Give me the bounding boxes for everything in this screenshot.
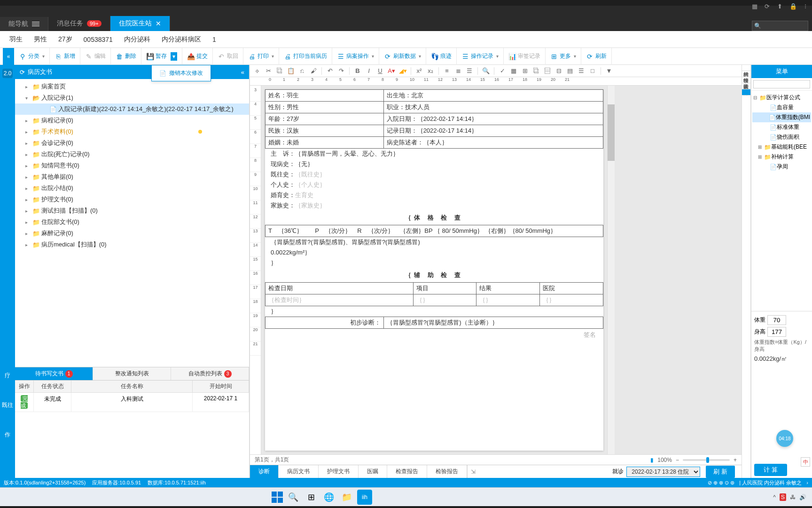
struct-tab-formula[interactable]: 计算公式 — [742, 89, 750, 95]
task-view-icon[interactable]: ⊞ — [304, 490, 319, 505]
tree-node[interactable]: ▸📁手术资料(0) — [15, 126, 249, 137]
zoom-slider[interactable] — [683, 459, 730, 461]
print-current-button[interactable]: 🖨打印当前病历 — [279, 48, 332, 65]
strip-item-3[interactable]: 作 — [4, 429, 11, 440]
brush-icon[interactable]: 🖌 — [309, 67, 318, 75]
tree-node[interactable]: ▸📁测试扫描【扫描】(0) — [15, 205, 249, 216]
underline-icon[interactable]: U — [376, 67, 384, 75]
toggle-icon[interactable]: ▸ — [25, 186, 31, 191]
table-icon[interactable]: ▦ — [509, 67, 518, 75]
app-icon[interactable]: iih — [357, 490, 372, 505]
explorer-icon[interactable]: 📁 — [339, 490, 354, 505]
subscript-icon[interactable]: x₂ — [426, 67, 435, 75]
edit-button[interactable]: ✎编辑 — [80, 48, 111, 65]
tab-doctor-station[interactable]: 住院医生站 ✕ — [110, 16, 170, 31]
tree-icon[interactable]: ⊟ — [554, 67, 563, 75]
visit-select[interactable]: 2022-02-17 13:28 住院 — [626, 467, 700, 477]
search-icon[interactable]: 🔍 — [286, 490, 301, 505]
tree-node[interactable]: ▸📁知情同意书(0) — [15, 160, 249, 171]
edge-icon[interactable]: 🌐 — [321, 490, 336, 505]
strip-item-1[interactable]: 疗 — [4, 370, 11, 381]
doctab-nursing[interactable]: 护理文书 — [319, 465, 359, 478]
view-mode-icon[interactable]: ▮ — [650, 457, 654, 463]
struct-tab-template[interactable]: 段落模板库 — [742, 83, 750, 89]
split-icon[interactable]: ⿳ — [543, 67, 552, 75]
weight-input[interactable] — [767, 315, 786, 325]
refresh-icon[interactable]: ⟳ — [20, 69, 25, 76]
tree-node[interactable]: ▸📁会诊记录(0) — [15, 137, 249, 149]
nav-button[interactable]: 能导航 — [0, 17, 48, 31]
struct-tab-chars[interactable]: 特殊字符 — [742, 71, 750, 77]
more-button[interactable]: ⊞更多▾ — [546, 48, 581, 65]
system-tray-top[interactable]: ▦ ⟳ ⬆ 🔒 ⁝ — [752, 3, 809, 10]
align-center-icon[interactable]: ≣ — [454, 67, 462, 75]
top-search[interactable]: 🔍 — [752, 21, 808, 31]
doctab-exam-report[interactable]: 检查报告 — [387, 465, 427, 478]
chevron-right-icon[interactable]: › — [806, 480, 808, 485]
bold-icon[interactable]: B — [353, 67, 362, 75]
insert-row-icon[interactable]: ⊞ — [521, 67, 529, 75]
menu-node[interactable]: ⊞📁补钠计算 — [752, 152, 811, 162]
menu-search-input[interactable] — [753, 80, 810, 88]
toggle-icon[interactable]: ▸ — [25, 152, 31, 157]
doctab-test-report[interactable]: 检验报告 — [427, 465, 467, 478]
eyedropper-icon[interactable]: ⟡ — [253, 67, 261, 75]
system-tray[interactable]: ^ S 🖧 🔊 — [773, 493, 806, 501]
tray-network-icon[interactable]: 🖧 — [790, 494, 796, 500]
footer-icons[interactable]: ⊘ ⊕ ⊗ ⊙ ⊛ — [708, 480, 734, 486]
visit-refresh-button[interactable]: 刷 新 — [706, 466, 735, 478]
zoom-in-button[interactable]: + — [734, 457, 737, 463]
tree-node[interactable]: ▸📁病程记录(0) — [15, 115, 249, 126]
delete-button[interactable]: 🗑删除 — [111, 48, 141, 65]
vertical-scrollbar[interactable] — [607, 86, 615, 454]
record-op-button[interactable]: ☰病案操作▾ — [332, 48, 379, 65]
doctab-records[interactable]: 病历文书 — [279, 465, 319, 478]
signlog-button[interactable]: 📊审签记录 — [504, 48, 546, 65]
menu-node[interactable]: 📄血容量 — [752, 103, 811, 112]
oplog-button[interactable]: ☰操作记录▾ — [457, 48, 504, 65]
print-button[interactable]: 🖨打印▾ — [243, 48, 279, 65]
struct-tab-tree[interactable]: 结构树 — [742, 65, 750, 71]
add-button[interactable]: ⎘新增 — [50, 48, 80, 65]
tree-node[interactable]: 📄入院记录(新建)(22-02-17 14:14_余敏之)(22-02-17 1… — [15, 103, 249, 115]
align-left-icon[interactable]: ≡ — [443, 67, 451, 75]
tab-messages[interactable]: 消息任务 99+ — [48, 16, 110, 31]
close-icon[interactable]: ✕ — [156, 20, 161, 27]
zoom-icon[interactable]: 🔍 — [482, 67, 490, 75]
toggle-icon[interactable]: ▸ — [25, 197, 31, 202]
tree-node[interactable]: ▸📁住院部文书(0) — [15, 216, 249, 228]
toggle-icon[interactable]: ▸ — [25, 84, 31, 89]
tree-node[interactable]: ▸📁病案首页 — [15, 81, 249, 92]
table-row[interactable]: 完成 未完成 入科测试 2022-02-17 1 — [15, 393, 249, 412]
toggle-icon[interactable]: ▸ — [25, 175, 31, 180]
menu-root[interactable]: ⊟📁医学计算公式 — [752, 93, 811, 103]
paste-icon[interactable]: 📋 — [287, 67, 295, 75]
redo-icon[interactable]: ↷ — [337, 67, 345, 75]
toggle-icon[interactable]: ⊞ — [758, 144, 763, 150]
document-page[interactable]: 姓名：羽生出生地：北京 性别：男性职业：技术人员 年龄：27岁入院日期：｛202… — [265, 89, 603, 451]
align-right-icon[interactable]: ☰ — [465, 67, 474, 75]
toggle-icon[interactable]: ▸ — [25, 208, 31, 214]
toggle-icon[interactable]: ▸ — [25, 129, 31, 135]
merge-icon[interactable]: ⿻ — [532, 67, 540, 75]
tab-rectify-list[interactable]: 整改通知列表 — [93, 367, 171, 380]
lang-indicator[interactable]: 中 — [801, 457, 810, 467]
tray-up-icon[interactable]: ^ — [773, 494, 776, 500]
toggle-icon[interactable]: ▸ — [25, 118, 31, 123]
classify-button[interactable]: ⚲分类▾ — [14, 48, 50, 65]
doctab-orders[interactable]: 医嘱 — [359, 465, 387, 478]
toggle-icon[interactable]: ▸ — [25, 163, 31, 168]
toggle-icon[interactable]: ▸ — [25, 242, 31, 247]
undo-icon[interactable]: ↶ — [326, 67, 334, 75]
submit-button[interactable]: 📤提交 — [182, 48, 213, 65]
refresh-data-button[interactable]: ⟳刷新数据▾ — [379, 48, 426, 65]
done-button[interactable]: 完成 — [21, 395, 28, 409]
tree-node[interactable]: ▾📂入院记录(1) — [15, 92, 249, 103]
strip-item-2[interactable]: 既往 — [1, 400, 14, 411]
chevron-down-icon[interactable]: ▾ — [171, 52, 177, 61]
tree-node[interactable]: ▸📁护理文书(0) — [15, 194, 249, 205]
toggle-icon[interactable]: ▾ — [25, 95, 31, 101]
collapse-sidebar-button[interactable]: « — [3, 48, 14, 65]
start-button[interactable] — [272, 492, 283, 503]
cut-icon[interactable]: ✂ — [264, 67, 273, 75]
